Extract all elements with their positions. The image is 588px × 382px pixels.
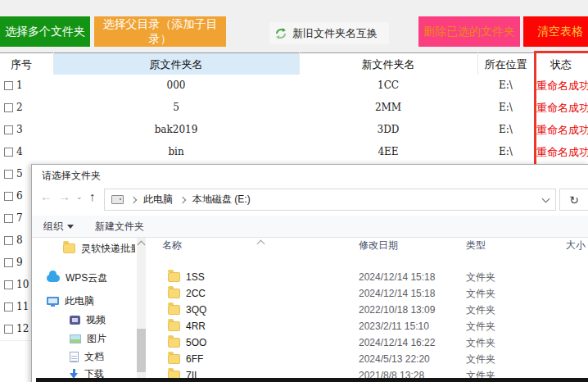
folder-location: E:\: [477, 97, 534, 119]
row-checkbox[interactable]: [4, 148, 13, 157]
computer-icon: [111, 195, 124, 204]
original-folder-name: 5: [53, 97, 299, 119]
row-checkbox[interactable]: [4, 192, 13, 201]
sidebar-item-label: 灵软快递批量查询: [81, 242, 135, 256]
row-index: 1: [16, 75, 23, 97]
address-bar[interactable]: 此电脑 本地磁盘 (E:): [104, 189, 556, 211]
row-checkbox[interactable]: [4, 103, 13, 112]
back-icon[interactable]: ←: [40, 189, 52, 203]
file-type: 文件夹: [466, 320, 495, 334]
sidebar-item-label: 视频: [86, 313, 106, 327]
computer-icon: [47, 297, 59, 305]
swap-names-button[interactable]: 新旧文件夹名互换: [269, 22, 389, 44]
file-col-header-name[interactable]: 名称: [162, 239, 182, 260]
folder-icon: [168, 305, 180, 315]
scrollbar-thumb[interactable]: [137, 329, 146, 372]
row-index: 11: [16, 296, 29, 318]
folder-select-dialog: 请选择文件夹 ← → ⌄ ↑ 此电脑 本地磁盘 (E:) ↻ 组织 新建文件夹 …: [31, 164, 588, 382]
sidebar-item-lingruan-folder[interactable]: 灵软快递批量查询: [63, 240, 135, 257]
file-row[interactable]: 3QQ 2022/10/18 13:09 文件夹: [148, 302, 588, 318]
row-checkbox[interactable]: [4, 214, 13, 223]
refresh-button[interactable]: ↻: [559, 189, 588, 211]
rename-status: 重命名成功: [536, 75, 588, 97]
col-header-new-name: 新文件夹名: [299, 53, 477, 75]
row-checkbox[interactable]: [4, 236, 13, 245]
delete-selected-button[interactable]: 删除已选的文件夹: [418, 16, 520, 47]
organize-menu[interactable]: 组织: [43, 216, 74, 237]
address-dropdown-icon[interactable]: [542, 194, 550, 202]
folder-icon: [168, 289, 180, 298]
row-index: 2: [16, 97, 23, 119]
file-date: 2023/2/11 15:10: [359, 321, 429, 332]
dialog-toolbar: 组织 新建文件夹: [32, 216, 588, 238]
file-date: 2024/12/14 16:22: [359, 337, 435, 348]
new-folder-name: 1CC: [299, 75, 477, 97]
folder-location: E:\: [477, 75, 534, 97]
app-window: 选择多个文件夹 选择父目录（添加子目录） 新旧文件夹名互换 删除已选的文件夹 清…: [0, 0, 588, 382]
table-header: 序号 原文件夹名 新文件夹名 所在位置 状态: [0, 52, 588, 76]
bottom-edge-bar: [36, 378, 588, 382]
sidebar-item-documents[interactable]: 文档: [70, 348, 104, 365]
file-row[interactable]: 4RR 2023/2/11 15:10 文件夹: [148, 318, 588, 334]
dialog-title: 请选择文件夹: [42, 169, 101, 183]
sidebar-item-label: 文档: [84, 350, 104, 364]
rename-status: 重命名成功: [536, 119, 588, 141]
file-col-header-size[interactable]: 大小: [566, 239, 586, 260]
sort-ascending-icon: [257, 240, 265, 248]
history-chevron-icon[interactable]: ⌄: [76, 193, 83, 201]
file-type: 文件夹: [466, 352, 495, 366]
row-index: 9: [16, 252, 23, 274]
row-index: 8: [16, 230, 23, 252]
col-header-index: 序号: [0, 53, 53, 75]
top-toolbar: 选择多个文件夹 选择父目录（添加子目录） 新旧文件夹名互换 删除已选的文件夹 清…: [0, 0, 588, 52]
file-row[interactable]: 6FF 2024/5/13 22:20 文件夹: [148, 351, 588, 367]
sidebar-item-pictures[interactable]: 图片: [70, 330, 106, 347]
breadcrumb-local-disk-e[interactable]: 本地磁盘 (E:): [192, 193, 251, 207]
new-folder-name: 2MM: [299, 97, 477, 119]
file-date: 2024/12/14 15:18: [359, 288, 435, 299]
row-index: 7: [16, 207, 23, 230]
col-header-location: 所在位置: [477, 53, 534, 75]
file-row[interactable]: 2CC 2024/12/14 15:18 文件夹: [148, 285, 588, 302]
sidebar-item-label: 此电脑: [65, 294, 94, 308]
row-checkbox[interactable]: [4, 170, 13, 179]
folder-icon: [168, 354, 180, 364]
row-checkbox[interactable]: [4, 325, 13, 334]
sidebar-item-wps-cloud[interactable]: WPS云盘: [47, 270, 107, 286]
forward-icon[interactable]: →: [58, 189, 70, 203]
up-icon[interactable]: ↑: [89, 189, 96, 203]
row-index: 5: [16, 163, 23, 185]
row-checkbox[interactable]: [4, 81, 13, 90]
folder-icon: [168, 321, 180, 331]
row-checkbox[interactable]: [4, 280, 13, 289]
file-type: 文件夹: [466, 336, 495, 350]
row-index: 10: [16, 274, 29, 296]
sidebar-item-videos[interactable]: 视频: [70, 312, 106, 328]
row-index: 3: [16, 119, 23, 141]
clear-table-button[interactable]: 清空表格: [523, 16, 588, 47]
file-row[interactable]: 5OO 2024/12/14 16:22 文件夹: [148, 334, 588, 351]
folder-icon: [168, 338, 180, 348]
file-col-header-date[interactable]: 修改日期: [359, 239, 398, 260]
select-multiple-folders-button[interactable]: 选择多个文件夹: [0, 16, 90, 47]
table-row: 4 bin 4EE E:\ 重命名成功: [0, 141, 588, 164]
col-header-status: 状态: [534, 53, 588, 75]
dropdown-triangle-icon: [67, 225, 74, 229]
sidebar-item-label: 图片: [87, 332, 106, 346]
row-checkbox[interactable]: [4, 302, 13, 312]
file-col-header-type[interactable]: 类型: [466, 239, 486, 260]
row-checkbox[interactable]: [4, 258, 13, 267]
pictures-icon: [70, 334, 81, 343]
sidebar-item-this-pc[interactable]: 此电脑: [47, 293, 94, 309]
select-parent-dir-button[interactable]: 选择父目录（添加子目录）: [94, 16, 226, 47]
file-type: 文件夹: [466, 287, 495, 301]
table-row: 3 bak2019 3DD E:\ 重命名成功: [0, 119, 588, 142]
videos-icon: [70, 316, 80, 325]
folder-location: E:\: [477, 141, 534, 163]
file-name: 6FF: [186, 353, 203, 365]
row-checkbox[interactable]: [4, 125, 13, 134]
file-name: 4RR: [186, 321, 206, 332]
file-row[interactable]: 1SS 2024/12/14 15:18 文件夹: [148, 269, 588, 285]
new-folder-button[interactable]: 新建文件夹: [95, 216, 144, 237]
breadcrumb-this-pc[interactable]: 此电脑: [143, 193, 173, 207]
